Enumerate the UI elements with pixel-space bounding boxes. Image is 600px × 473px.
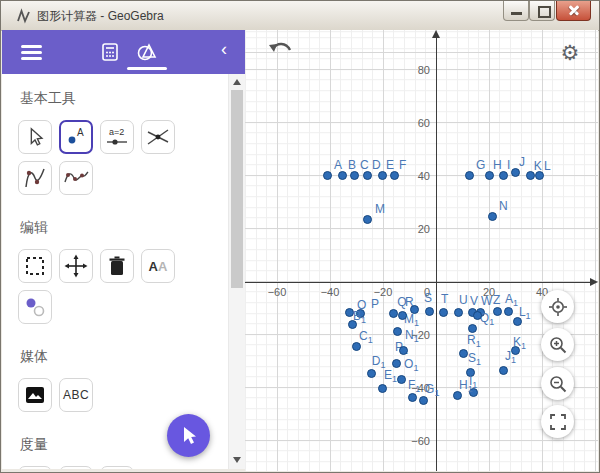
plot-point-M_1[interactable] [398, 311, 407, 320]
tool-intersect-button[interactable] [141, 120, 175, 154]
collapse-sidebar-button[interactable]: ‹ [221, 39, 227, 60]
point-label: G1 [425, 382, 439, 398]
tool-point-button[interactable]: A [59, 120, 93, 154]
plot-point-M[interactable] [363, 215, 372, 224]
tool-grid: AA [18, 249, 196, 324]
tool-grid: ABC [18, 378, 196, 412]
point-label: Q1 [480, 311, 494, 327]
plot-point-C[interactable] [350, 171, 359, 180]
plot-point-S[interactable] [425, 307, 434, 316]
zoom-in-icon [548, 335, 568, 355]
plot-point-Q_1[interactable] [473, 311, 482, 320]
undo-button[interactable] [267, 39, 295, 63]
plot-point-C_1[interactable] [352, 342, 361, 351]
tool-image-button[interactable] [18, 378, 52, 412]
plot-point-L_1[interactable] [513, 317, 522, 326]
plot-point-D_1[interactable] [367, 369, 376, 378]
plot-point-L[interactable] [535, 171, 544, 180]
tool-select-rectangle-button[interactable] [18, 249, 52, 283]
plot-point-N[interactable] [488, 212, 497, 221]
plot-point-G_1[interactable] [419, 396, 428, 405]
minimize-icon [511, 12, 522, 15]
plot-point-F_1[interactable] [408, 393, 417, 402]
scrollbar-thumb[interactable] [231, 90, 243, 288]
plot-point-F[interactable] [390, 171, 399, 180]
zoom-out-button[interactable] [541, 367, 574, 400]
tool-function-through-points-button[interactable] [18, 161, 52, 195]
svg-text:A: A [77, 127, 84, 138]
point-label: D [372, 158, 381, 172]
point-label: U [459, 293, 468, 307]
point-label: W [481, 294, 492, 308]
point-label: B [348, 158, 356, 172]
tool-slider-button[interactable]: a=2 [100, 120, 134, 154]
point-label: A1 [505, 292, 518, 308]
plot-point-H[interactable] [485, 171, 494, 180]
point-label: O1 [404, 357, 418, 373]
settings-button[interactable]: ⚙ [557, 40, 583, 66]
zoom-in-button[interactable] [541, 328, 574, 361]
minimize-button[interactable] [503, 1, 529, 21]
scroll-up-icon[interactable] [233, 79, 241, 85]
undo-icon [267, 39, 295, 63]
plot-point-G[interactable] [465, 171, 474, 180]
plot-point-E_1[interactable] [378, 384, 387, 393]
plot-point-A_1[interactable] [504, 307, 513, 316]
move-tool-fab[interactable] [167, 414, 210, 457]
plot-point-Z[interactable] [493, 307, 502, 316]
plot-point-B[interactable] [338, 171, 347, 180]
plot-point-P_1[interactable] [399, 346, 408, 355]
tool-distance-button[interactable]: cm↔ [59, 466, 93, 469]
plot-point-B_1[interactable] [348, 320, 357, 329]
geogebra-logo-icon [16, 8, 32, 28]
point-label: V [470, 294, 478, 308]
point-label: E1 [384, 368, 397, 384]
close-button[interactable] [556, 1, 591, 21]
plot-point-T[interactable] [439, 308, 448, 317]
plot-point-J_1[interactable] [499, 366, 508, 375]
active-tab-underline [127, 67, 167, 70]
graphics-view[interactable]: −60−40−200204080604020−20−40−60 ABCDEFGH… [245, 30, 598, 471]
point-label: T [441, 292, 448, 306]
tool-move-button[interactable] [18, 120, 52, 154]
plot-point-S_1[interactable] [459, 349, 468, 358]
point-label: A [334, 158, 342, 172]
tool-best-fit-curve-button[interactable] [59, 161, 93, 195]
plot-point-E[interactable] [378, 171, 387, 180]
calculator-tab[interactable] [100, 42, 120, 66]
plot-point-D[interactable] [363, 171, 372, 180]
plot-point-R_1[interactable] [468, 324, 477, 333]
geometry-tools-icon [136, 41, 158, 63]
tool-angle-button[interactable] [18, 466, 52, 469]
tool-delete-button[interactable] [100, 249, 134, 283]
sidebar-scrollbar[interactable] [228, 74, 245, 469]
section-label: 编辑 [20, 219, 228, 237]
plot-point-A[interactable] [323, 171, 332, 180]
plot-point-Q[interactable] [389, 309, 398, 318]
plot-point-K[interactable] [526, 171, 535, 180]
scroll-down-icon[interactable] [233, 457, 241, 463]
maximize-icon [538, 6, 551, 18]
cursor-icon [179, 425, 199, 447]
fullscreen-button[interactable] [541, 405, 574, 438]
standard-view-button[interactable] [541, 290, 574, 323]
tool-area-button[interactable]: cm² [100, 466, 134, 469]
tool-move-view-button[interactable] [59, 249, 93, 283]
y-tick-label: −60 [390, 435, 430, 447]
point-label: F1 [408, 378, 420, 394]
plot-point-U[interactable] [454, 308, 463, 317]
point-label: I [507, 158, 510, 172]
plot-point-I[interactable] [499, 171, 508, 180]
tool-show-hide-point-button[interactable] [18, 290, 52, 324]
tool-text-button[interactable]: ABC [59, 378, 93, 412]
point-label: E [386, 158, 394, 172]
plot-point-H_1[interactable] [453, 391, 462, 400]
plot-point-J[interactable] [511, 168, 520, 177]
maximize-button[interactable] [529, 1, 555, 21]
plot-point-O_1[interactable] [392, 359, 401, 368]
zoom-out-icon [548, 374, 568, 394]
point-label: G [476, 158, 485, 172]
graphing-tools-tab[interactable] [136, 41, 158, 67]
tool-text-style-button[interactable]: AA [141, 249, 175, 283]
point-label: S [424, 291, 432, 305]
